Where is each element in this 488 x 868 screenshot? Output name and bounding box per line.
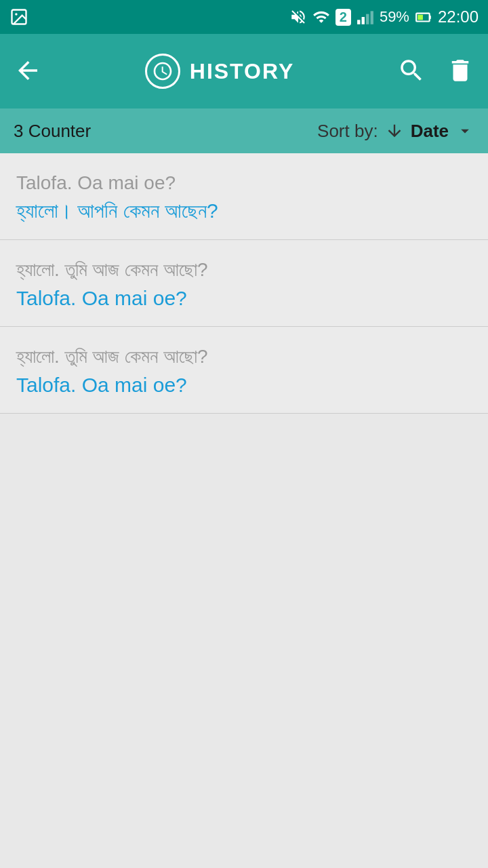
- trash-icon: [446, 56, 474, 85]
- item-primary-text: Talofa. Oa mai oe?: [16, 172, 472, 194]
- mute-icon: [289, 8, 307, 26]
- sort-value: Date: [411, 121, 449, 142]
- battery-percent: 59%: [380, 8, 409, 26]
- battery-icon: [415, 8, 432, 26]
- item-primary-text: হ্যালো. তুমি আজ কেমন আছো?: [16, 259, 472, 281]
- status-bar: 2 59% 22:00: [0, 0, 488, 34]
- search-icon: [397, 56, 426, 85]
- dropdown-chevron-icon: [455, 121, 474, 140]
- svg-rect-8: [418, 15, 423, 20]
- sort-arrow-icon: [385, 121, 404, 140]
- sort-by-label: Sort by:: [317, 121, 378, 142]
- list-item[interactable]: হ্যালো. তুমি আজ কেমন আছো? Talofa. Oa mai…: [0, 240, 488, 327]
- app-bar-title: HISTORY: [190, 59, 294, 84]
- item-primary-text: হ্যালো. তুমি আজ কেমন আছো?: [16, 346, 472, 368]
- image-icon: [9, 7, 28, 26]
- svg-rect-2: [357, 20, 360, 24]
- back-button[interactable]: [14, 56, 42, 87]
- svg-point-1: [15, 13, 18, 16]
- list-item[interactable]: হ্যালো. তুমি আজ কেমন আছো? Talofa. Oa mai…: [0, 327, 488, 414]
- svg-rect-5: [370, 11, 373, 24]
- item-secondary-text: Talofa. Oa mai oe?: [16, 287, 472, 310]
- wifi-icon: [312, 8, 330, 26]
- list-item[interactable]: Talofa. Oa mai oe? হ্যালো। আপনি কেমন আছে…: [0, 153, 488, 240]
- app-bar-center: HISTORY: [42, 54, 397, 89]
- sort-section[interactable]: Sort by: Date: [317, 121, 474, 142]
- app-bar-right: [397, 56, 474, 87]
- search-button[interactable]: [397, 56, 426, 87]
- svg-rect-4: [366, 14, 369, 24]
- counter-label: 3 Counter: [14, 121, 91, 142]
- item-secondary-text: হ্যালো। আপনি কেমন আছেন?: [16, 199, 472, 223]
- history-list: Talofa. Oa mai oe? হ্যালো। আপনি কেমন আছে…: [0, 153, 488, 414]
- notification-badge: 2: [336, 9, 351, 26]
- back-arrow-icon: [14, 56, 42, 85]
- status-right-icons: 2 59% 22:00: [289, 7, 479, 26]
- status-left-icons: [9, 7, 28, 26]
- item-secondary-text: Talofa. Oa mai oe?: [16, 374, 472, 397]
- status-time: 22:00: [438, 7, 479, 26]
- svg-rect-7: [430, 16, 431, 19]
- svg-rect-3: [361, 17, 364, 24]
- app-bar: HISTORY: [0, 34, 488, 108]
- signal-icon: [357, 8, 374, 26]
- delete-button[interactable]: [446, 56, 474, 87]
- sub-bar: 3 Counter Sort by: Date: [0, 108, 488, 153]
- app-bar-left: [14, 56, 42, 87]
- history-clock-icon: [145, 54, 180, 89]
